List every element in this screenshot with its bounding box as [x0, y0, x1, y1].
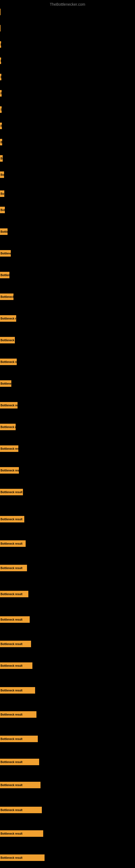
- bar-label: Bottleneck result: [1, 689, 22, 692]
- bar-fill: [0, 25, 1, 31]
- bar-label: B: [1, 124, 2, 127]
- bar-fill: Bottlenec: [0, 228, 8, 235]
- bar-fill: Bi: [0, 139, 2, 145]
- bar-label: Bottleneck result: [1, 738, 22, 741]
- bar-row: B: [0, 122, 135, 130]
- bar-label: Bottleneck result: [1, 809, 22, 812]
- bar-label: Bo: [1, 157, 3, 160]
- bar-fill: P: [0, 90, 2, 97]
- bar-row: Bottleneck result: [0, 467, 135, 474]
- bar-fill: Bottleneck resu: [0, 337, 15, 343]
- bar-label: Bottleneck re: [1, 252, 11, 255]
- bar-label: Bottleneck result: [1, 856, 22, 859]
- bar-row: Bottleneck result: [0, 540, 135, 547]
- bar-label: Bottleneck result: [1, 361, 17, 364]
- bar-row: Bottleneck resu: [0, 423, 135, 431]
- bar-row: Bol: [0, 190, 135, 197]
- bar-fill: Bottleneck: [0, 272, 9, 278]
- bar-fill: Bottleneck result: [0, 315, 16, 322]
- bar-row: Bottleneck re: [0, 250, 135, 257]
- bar-label: I: [1, 59, 1, 62]
- bar-row: Bottleneck result: [0, 662, 135, 670]
- bar-fill: Bottleneck result: [0, 489, 23, 495]
- bar-fill: Bottleneck result: [0, 467, 19, 474]
- bar-label: B: [1, 76, 1, 79]
- bar-row: [0, 8, 135, 16]
- bar-row: Bottleneck resu: [0, 293, 135, 301]
- bar-label: Bottleneck result: [1, 447, 18, 450]
- bar-label: Bottleneck result: [1, 317, 16, 320]
- bar-row: Bottleneck result: [0, 781, 135, 789]
- bar-label: Bottleneck result: [1, 469, 19, 472]
- site-title: TheBottlenecker.com: [0, 0, 135, 8]
- bar-row: S: [0, 106, 135, 113]
- bar-row: Bottleneck result: [0, 830, 135, 837]
- bar-row: F: [0, 41, 135, 48]
- bar-fill: S: [0, 106, 2, 113]
- bar-label: Bottleneck: [1, 274, 9, 277]
- bar-label: F: [1, 43, 1, 46]
- bar-label: Bottleneck result: [1, 713, 22, 716]
- bar-fill: Bottleneck re: [0, 250, 11, 257]
- bar-fill: Bottleneck result: [0, 711, 37, 718]
- bar-row: Bottleneck result: [0, 516, 135, 523]
- bar-label: Bottleneck result: [1, 542, 22, 545]
- bar-fill: Bottleneck result: [0, 641, 31, 647]
- bar-fill: Bottleneck result: [0, 591, 28, 597]
- bar-fill: Bott: [0, 207, 5, 213]
- bar-row: Bottleneck result: [0, 445, 135, 453]
- bar-fill: Bottleneck result: [0, 402, 17, 408]
- bar-label: Bottleneck result: [1, 491, 22, 494]
- bar-fill: Bottleneck result: [0, 782, 41, 788]
- bar-label: Bott: [1, 173, 4, 176]
- bar-fill: Bottleneck result: [0, 616, 30, 623]
- bar-fill: Bottleneck result: [0, 565, 27, 571]
- bar-label: Bottleneck result: [1, 832, 22, 835]
- bar-fill: Bott: [0, 172, 4, 178]
- bar-label: P: [1, 92, 2, 95]
- bar-row: Bottleneck result: [0, 640, 135, 648]
- bar-label: Bottleneck resu: [1, 296, 13, 299]
- bar-row: Bottleneck result: [0, 806, 135, 814]
- bar-label: Bottleneck result: [1, 784, 22, 786]
- bar-label: Bottleneck resu: [1, 339, 15, 342]
- bar-fill: I: [0, 58, 1, 64]
- bar-row: Bottleneck result: [0, 315, 135, 322]
- bar-row: Bottleneck result: [0, 590, 135, 598]
- bar-row: Bottlenec: [0, 228, 135, 236]
- bar-row: I: [0, 57, 135, 65]
- bar-fill: Bol: [0, 190, 4, 197]
- bar-label: Bottleneck result: [1, 593, 22, 596]
- bar-fill: Bottleneck result: [0, 359, 17, 365]
- bar-label: Bottlenec: [1, 230, 8, 233]
- bar-fill: Bottleneck result: [0, 830, 43, 837]
- bar-row: B: [0, 73, 135, 81]
- bar-fill: Bottleneck result: [0, 662, 32, 669]
- bar-row: Bottleneck result: [0, 758, 135, 766]
- bar-fill: Bottleneck resu: [0, 293, 13, 300]
- bar-fill: B: [0, 74, 1, 80]
- bar-label: Bottleneck result: [1, 618, 22, 621]
- bar-fill: F: [0, 41, 1, 48]
- bar-row: Bottleneck: [0, 271, 135, 279]
- bar-fill: Bottleneck result: [0, 807, 42, 813]
- bar-row: Bottleneck result: [0, 488, 135, 496]
- bar-row: Bottleneck result: [0, 564, 135, 572]
- bar-fill: Bottleneck result: [0, 687, 35, 693]
- bar-label: Bottleneck result: [1, 664, 22, 667]
- bar-fill: Bottleneck re: [0, 380, 11, 387]
- bar-row: Bo: [0, 155, 135, 162]
- bar-row: Bottleneck resu: [0, 336, 135, 344]
- bar-row: Bottleneck result: [0, 735, 135, 743]
- bar-label: Bottleneck result: [1, 643, 22, 646]
- bar-fill: Bottleneck result: [0, 516, 24, 522]
- bar-row: Bott: [0, 171, 135, 179]
- bar-label: Bottleneck result: [1, 518, 22, 521]
- bar-fill: Bottleneck resu: [0, 424, 16, 430]
- bar-fill: Bottleneck result: [0, 855, 45, 861]
- bar-row: Bottleneck result: [0, 401, 135, 409]
- bar-row: Bi: [0, 138, 135, 146]
- bar-label: Bottleneck result: [1, 404, 17, 407]
- bar-row: Bott: [0, 206, 135, 214]
- bar-row: Bottleneck result: [0, 854, 135, 862]
